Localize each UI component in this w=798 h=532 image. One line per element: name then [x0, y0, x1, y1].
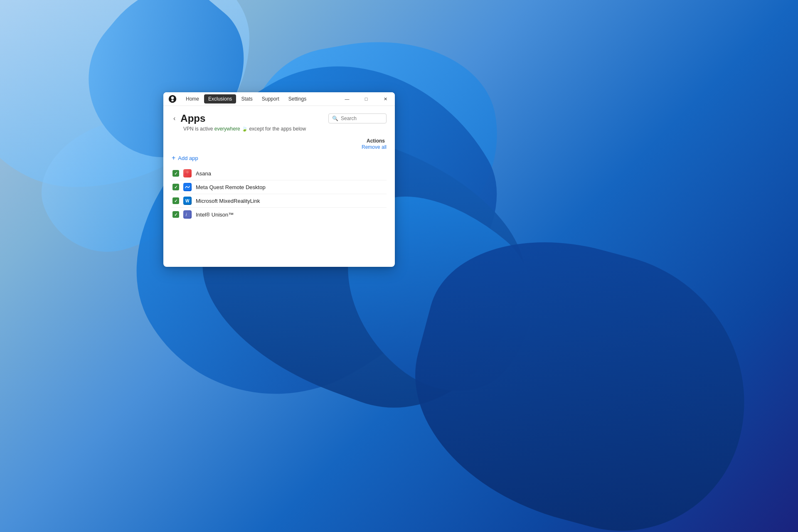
vpn-status-prefix: VPN is active	[183, 126, 214, 132]
page-title-row: ‹ Apps	[172, 113, 205, 124]
list-item: i Intel® Unison™	[172, 208, 387, 221]
minimize-button[interactable]: —	[337, 92, 357, 106]
app-checkbox-meta[interactable]	[172, 184, 179, 190]
app-name-meta: Meta Quest Remote Desktop	[196, 184, 266, 190]
actions-row: Actions Remove all	[172, 137, 387, 150]
vpn-status-suffix: except for the apps below	[248, 126, 306, 132]
svg-point-1	[171, 96, 174, 99]
app-icon-asana	[183, 169, 192, 177]
svg-point-4	[185, 173, 187, 175]
list-item: W Microsoft MixedRealityLink	[172, 194, 387, 208]
actions-block: Actions Remove all	[362, 137, 387, 150]
tab-support[interactable]: Support	[258, 94, 283, 103]
tab-exclusions[interactable]: Exclusions	[204, 94, 236, 103]
app-checkbox-asana[interactable]	[172, 170, 179, 177]
app-name-microsoft: Microsoft MixedRealityLink	[196, 198, 260, 204]
svg-rect-9	[184, 211, 191, 218]
page-title: Apps	[180, 113, 205, 124]
app-name-intel: Intel® Unison™	[196, 212, 234, 218]
actions-label: Actions	[367, 138, 385, 144]
search-icon: 🔍	[332, 116, 338, 121]
plus-icon: +	[172, 154, 175, 162]
close-button[interactable]: ✕	[376, 92, 395, 106]
window-controls: — □ ✕	[337, 92, 395, 106]
search-box[interactable]: 🔍	[328, 113, 387, 123]
vpn-active-label: everywhere	[214, 126, 240, 132]
content-area: ‹ Apps 🔍 VPN is active everywhere 🍃 exce…	[163, 106, 395, 267]
tab-settings[interactable]: Settings	[284, 94, 310, 103]
app-window: Home Exclusions Stats Support Settings —…	[163, 92, 395, 267]
app-checkbox-intel[interactable]	[172, 211, 179, 218]
app-icon-microsoft: W	[183, 197, 192, 205]
app-icon-intel: i	[183, 210, 192, 219]
svg-point-3	[186, 171, 189, 173]
add-app-button[interactable]: + Add app	[172, 152, 198, 164]
app-icon-meta	[183, 183, 192, 191]
back-button[interactable]: ‹	[172, 114, 177, 123]
nav-tabs: Home Exclusions Stats Support Settings	[182, 94, 310, 103]
maximize-button[interactable]: □	[357, 92, 376, 106]
svg-text:W: W	[185, 199, 190, 203]
list-item: Meta Quest Remote Desktop	[172, 180, 387, 194]
vpn-leaf-icon: 🍃	[240, 126, 248, 132]
vpn-status: VPN is active everywhere 🍃 except for th…	[183, 126, 387, 132]
remove-all-button[interactable]: Remove all	[362, 144, 387, 150]
list-item: Asana	[172, 167, 387, 180]
app-logo-icon	[168, 95, 177, 103]
app-name-asana: Asana	[196, 170, 211, 177]
app-list: Asana Meta Quest Remote Desktop	[172, 167, 387, 221]
tab-home[interactable]: Home	[182, 94, 203, 103]
title-bar-left: Home Exclusions Stats Support Settings	[168, 94, 310, 103]
svg-rect-2	[172, 100, 174, 101]
tab-stats[interactable]: Stats	[237, 94, 256, 103]
page-header: ‹ Apps 🔍	[172, 113, 387, 124]
search-input[interactable]	[341, 116, 383, 121]
add-app-label: Add app	[178, 155, 198, 161]
desktop-background	[0, 0, 798, 532]
title-bar: Home Exclusions Stats Support Settings —…	[163, 92, 395, 106]
svg-point-5	[188, 173, 190, 175]
app-checkbox-microsoft[interactable]	[172, 197, 179, 204]
